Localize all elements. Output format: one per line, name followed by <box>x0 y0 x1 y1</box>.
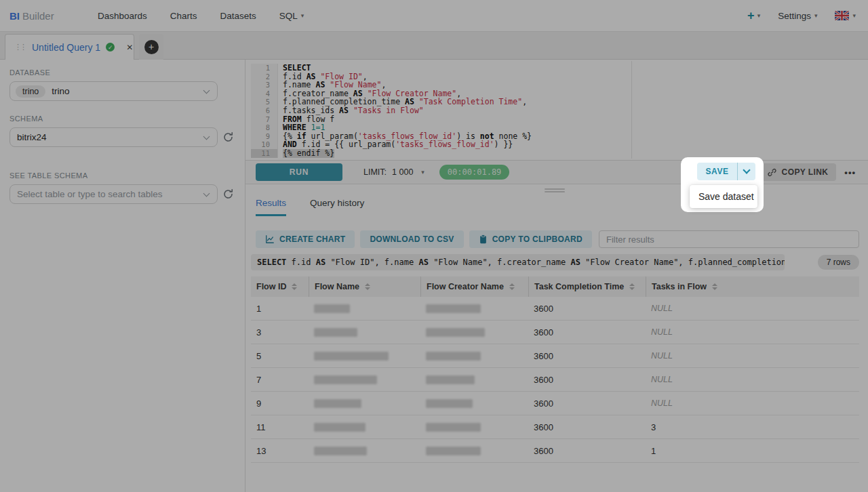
chevron-down-icon <box>743 166 750 173</box>
save-dropdown-toggle[interactable] <box>738 170 755 173</box>
save-dataset-menu-item[interactable]: Save dataset <box>690 185 757 208</box>
save-button[interactable]: SAVE <box>697 167 737 176</box>
bi-builder-app: BI Builder Dashboards Charts Datasets SQ… <box>0 0 868 492</box>
dim-overlay <box>0 0 868 492</box>
save-spotlight-popup: SAVE Save dataset <box>681 157 764 212</box>
save-split-button[interactable]: SAVE <box>697 163 755 180</box>
